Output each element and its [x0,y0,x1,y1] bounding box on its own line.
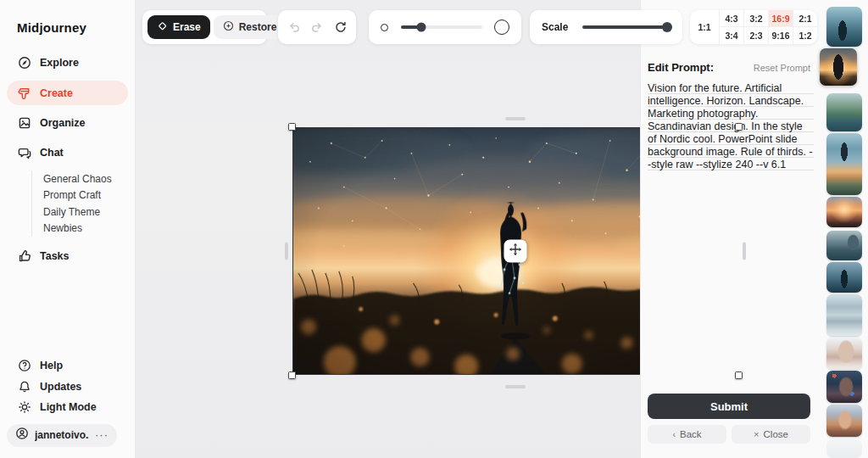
thumbnail-blue-rain-figure[interactable] [826,7,862,47]
reset-icon[interactable] [333,20,348,35]
drag-bar-left[interactable] [285,243,288,260]
restore-button[interactable]: Restore [214,15,287,39]
thumbnail-partial-faded[interactable] [826,439,862,458]
scale-slider-handle[interactable] [662,22,672,32]
sidebar-item-explore[interactable]: Explore [7,51,128,75]
drag-bar-bottom[interactable] [505,385,526,388]
thumbnail-river-valley[interactable] [826,93,862,131]
generation-thumbnail-strip [820,0,868,458]
drag-bar-top[interactable] [505,117,526,120]
resize-handle-top-left[interactable] [288,123,296,131]
thumbnail-sunset-figure-selected[interactable] [820,48,857,86]
aspect-4-3[interactable]: 4:3 [720,10,743,27]
sidebar-item-label: Chat [40,147,64,159]
sidebar-item-label: Create [40,87,73,99]
brush-icon [18,87,31,100]
history-toolbar [278,10,356,44]
sidebar-item-chat[interactable]: Chat [7,141,128,165]
reset-prompt-link[interactable]: Reset Prompt [754,63,810,73]
sidebar-item-organize[interactable]: Organize [7,111,128,135]
move-arrows-icon [509,243,523,260]
back-label: Back [680,429,702,439]
channel-general-chaos[interactable]: General Chaos [43,170,128,187]
resize-handle-bottom-right[interactable] [735,371,743,379]
brush-size-slider[interactable] [401,25,482,29]
thumbnail-figure-on-rock[interactable] [826,133,862,195]
close-label: Close [764,429,788,439]
sun-icon [18,400,31,414]
help-icon [18,359,31,372]
edit-prompt-title: Edit Prompt: [648,61,714,74]
channel-newbies[interactable]: Newbies [43,221,128,237]
brush-small-icon [381,24,388,31]
aspect-2-3[interactable]: 2:3 [744,27,768,44]
account-button[interactable]: jannetoivo... ··· [7,424,117,447]
sidebar-item-light-mode[interactable]: Light Mode [7,397,128,418]
channel-daily-theme[interactable]: Daily Theme [43,204,128,221]
drag-bar-right[interactable] [743,243,746,260]
midjourney-editor: Midjourney Explore Create Organize [0,0,868,458]
footer-item-label: Updates [40,381,81,393]
thumbs-up-icon [18,249,31,263]
sidebar-item-help[interactable]: Help [7,355,128,377]
aspect-2-1[interactable]: 2:1 [793,10,817,27]
sidebar-footer: Help Updates Light Mode jannetoivo... · [7,355,128,447]
footer-item-label: Light Mode [40,401,97,413]
account-menu-icon[interactable]: ··· [95,431,108,439]
back-button[interactable]: ‹ Back [648,425,726,444]
circle-plus-icon [223,20,234,34]
thumbnail-woman-face-orange[interactable] [826,405,862,437]
thumbnail-mountain-reflection[interactable] [826,294,862,336]
brush-large-icon [494,20,509,35]
sidebar-nav: Explore Create Organize Chat [7,51,128,274]
erase-button[interactable]: Erase [147,15,210,39]
sidebar-item-updates[interactable]: Updates [7,377,128,398]
thumbnail-orange-sunset-water[interactable] [826,197,862,227]
photos-icon [18,116,31,130]
chat-icon [18,146,31,159]
move-image-button[interactable] [504,240,527,263]
resize-handle-top-right[interactable] [735,123,743,131]
restore-label: Restore [239,21,277,33]
back-chevron-icon: ‹ [672,429,676,439]
brush-size-toolbar [369,10,521,44]
account-username: jannetoivo... [35,429,89,441]
aspect-ratio-grid: 1:1 4:3 3:4 3:2 2:3 16:9 9:16 2:1 1:2 [690,10,817,44]
scale-label: Scale [542,21,568,33]
scale-slider[interactable] [582,25,670,29]
sidebar-item-label: Tasks [40,250,70,262]
thumbnail-misty-forest-face[interactable] [826,231,862,260]
bell-icon [18,380,31,394]
sidebar-item-create[interactable]: Create [7,81,128,105]
right-panel: 1:1 4:3 3:4 3:2 2:3 16:9 9:16 2:1 1:2 Ed… [640,0,868,458]
footer-item-label: Help [40,360,63,371]
sidebar-item-tasks[interactable]: Tasks [7,244,128,268]
eraser-icon [157,20,168,34]
submit-button[interactable]: Submit [648,394,810,419]
sidebar-item-label: Organize [40,117,86,129]
close-button[interactable]: × Close [732,425,810,444]
app-logo: Midjourney [17,20,86,35]
undo-icon[interactable] [287,20,302,35]
compass-icon [18,56,31,70]
sidebar: Midjourney Explore Create Organize [0,0,136,458]
channel-prompt-craft[interactable]: Prompt Craft [43,187,128,204]
redo-icon[interactable] [309,20,325,35]
aspect-16-9-selected[interactable]: 16:9 [769,10,793,27]
aspect-9-16[interactable]: 9:16 [769,27,793,44]
prompt-textarea[interactable]: Vision for the future. Artificial intell… [648,82,814,171]
aspect-3-4[interactable]: 3:4 [720,27,743,44]
aspect-1-1[interactable]: 1:1 [690,10,719,44]
thumbnail-woman-face-blue[interactable] [826,371,862,403]
scale-toolbar: Scale [530,10,682,44]
close-x-icon: × [754,429,759,439]
thumbnail-blue-lake-figure[interactable] [826,262,862,293]
resize-handle-bottom-left[interactable] [288,371,296,379]
thumbnail-woman-face-light[interactable] [826,338,862,369]
aspect-3-2[interactable]: 3:2 [744,10,768,27]
aspect-1-2[interactable]: 1:2 [793,27,817,44]
user-icon [15,427,29,444]
brush-size-slider-handle[interactable] [417,23,426,32]
chat-channel-list: General Chaos Prompt Craft Daily Theme N… [31,170,128,237]
sidebar-item-label: Explore [40,57,79,69]
